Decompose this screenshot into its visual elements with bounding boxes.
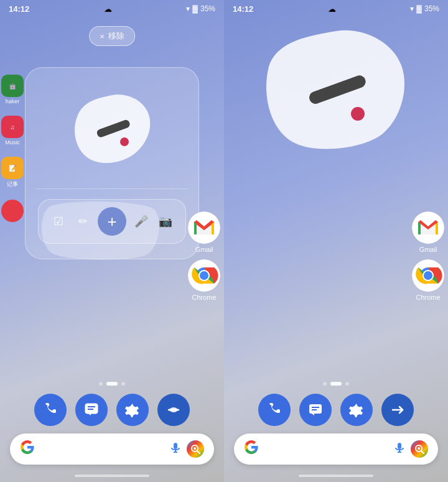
svg-rect-4 — [212, 222, 214, 234]
left-dock — [34, 394, 190, 426]
svg-line-20 — [197, 451, 200, 453]
svg-marker-34 — [312, 414, 314, 415]
svg-rect-3 — [194, 222, 197, 234]
left-side-apps: 🤖 haker ♫ Music 📝 记事 — [0, 75, 24, 222]
top-blob-svg — [65, 89, 159, 170]
page-dot-3 — [121, 382, 125, 386]
right-battery-icon: ▓ — [416, 4, 422, 13]
assistant-widget[interactable]: ☑ ✏ + 🎤 📷 — [38, 199, 186, 244]
search-mic-icon[interactable] — [169, 442, 182, 457]
right-status-icons: ▾ ▓ 35% — [410, 4, 439, 13]
right-search-lens-icon[interactable] — [411, 440, 428, 458]
right-status-bar: 14:12 ☁ ▾ ▓ 35% — [224, 0, 448, 17]
svg-point-23 — [351, 107, 365, 121]
left-time: 14:12 — [9, 4, 29, 14]
svg-point-42 — [418, 447, 420, 450]
right-page-dot-1 — [323, 382, 327, 386]
widget-bottom-section: ☑ ✏ + 🎤 📷 — [35, 194, 189, 249]
chrome-label: Chrome — [192, 294, 216, 301]
remove-x-icon: × — [100, 32, 105, 41]
right-chrome-app[interactable]: Chrome — [412, 259, 444, 301]
right-phone-screen: 14:12 ☁ ▾ ▓ 35% Gma — [224, 0, 448, 482]
svg-point-8 — [200, 271, 208, 280]
right-time: 14:12 — [233, 4, 253, 14]
left-page-indicator — [99, 382, 125, 386]
svg-point-30 — [424, 271, 432, 280]
page-dot-2 — [106, 382, 118, 386]
bottom-blob-bg — [39, 200, 163, 262]
left-status-icons: ▾ ▓ 35% — [186, 4, 215, 13]
side-app-music[interactable]: ♫ Music — [1, 116, 24, 146]
left-status-bar: 14:12 ☁ ▾ ▓ 35% — [0, 0, 224, 17]
google-g-icon — [20, 440, 35, 458]
left-wifi-icon: ▾ — [186, 4, 190, 13]
svg-point-1 — [120, 137, 129, 146]
right-gmail-icon[interactable] — [412, 211, 444, 244]
right-dock — [258, 394, 414, 426]
left-battery-icon: ▓ — [192, 4, 198, 13]
search-lens-icon[interactable] — [187, 440, 204, 458]
right-dock-settings[interactable] — [340, 394, 373, 426]
svg-rect-31 — [309, 404, 322, 414]
right-dock-phone[interactable] — [258, 394, 291, 426]
right-battery-pct: 35% — [424, 4, 439, 13]
right-wifi-icon: ▾ — [410, 4, 414, 13]
top-blob — [65, 89, 159, 172]
side-app-notes-label: 记事 — [1, 180, 24, 188]
chrome-icon[interactable] — [188, 259, 220, 292]
right-chrome-label: Chrome — [416, 294, 440, 301]
gmail-label: Gmail — [195, 246, 213, 253]
side-app-extra[interactable] — [1, 200, 24, 222]
left-widget-card[interactable]: ☑ ✏ + 🎤 📷 — [25, 67, 199, 259]
right-search-mic-icon[interactable] — [393, 442, 406, 457]
widget-divider — [35, 188, 189, 189]
right-cloud-icon: ☁ — [328, 4, 336, 14]
page-dot-1 — [99, 382, 103, 386]
right-dock-messages[interactable] — [299, 394, 332, 426]
side-app-music-label: Music — [1, 139, 24, 146]
right-blob-svg — [255, 22, 417, 171]
svg-point-21 — [194, 447, 196, 450]
right-gmail-app[interactable]: Gmail — [412, 211, 444, 253]
right-search-bar[interactable] — [234, 433, 438, 465]
right-dock-assistant[interactable] — [381, 394, 414, 426]
right-google-g-icon — [244, 440, 259, 458]
gmail-icon[interactable] — [188, 211, 220, 244]
right-top-blob — [255, 22, 417, 171]
svg-rect-16 — [174, 443, 177, 449]
left-battery-pct: 35% — [200, 4, 215, 13]
remove-button[interactable]: × 移除 — [89, 26, 135, 46]
svg-rect-26 — [436, 222, 438, 234]
dock-phone[interactable] — [34, 394, 67, 426]
remove-label: 移除 — [108, 30, 124, 42]
right-chrome-icon[interactable] — [412, 259, 444, 292]
dock-settings[interactable] — [116, 394, 149, 426]
svg-line-41 — [421, 451, 424, 453]
gmail-app[interactable]: Gmail — [188, 211, 220, 253]
left-cloud-icon: ☁ — [104, 4, 112, 14]
right-nav-bar — [299, 475, 373, 477]
widget-top-section — [35, 78, 189, 183]
left-phone-screen: 14:12 ☁ ▾ ▓ 35% × 移除 🤖 haker ♫ Music 📝 记… — [0, 0, 224, 482]
svg-rect-37 — [398, 443, 401, 449]
dock-messages[interactable] — [75, 394, 108, 426]
side-app-haker-label: haker — [1, 98, 24, 104]
left-search-bar[interactable] — [10, 433, 214, 465]
left-right-apps: Gmail Chrome — [188, 211, 220, 301]
right-page-dot-2 — [330, 382, 342, 386]
left-nav-bar — [75, 475, 149, 477]
right-page-indicator — [323, 382, 349, 386]
side-app-haker[interactable]: 🤖 haker — [1, 75, 24, 104]
svg-rect-25 — [418, 222, 421, 234]
right-gmail-label: Gmail — [419, 246, 437, 253]
chrome-app[interactable]: Chrome — [188, 259, 220, 301]
right-right-apps: Gmail Chrome — [412, 211, 444, 301]
right-page-dot-3 — [345, 382, 349, 386]
dock-assistant[interactable] — [157, 394, 190, 426]
side-app-notes[interactable]: 📝 记事 — [1, 157, 24, 188]
